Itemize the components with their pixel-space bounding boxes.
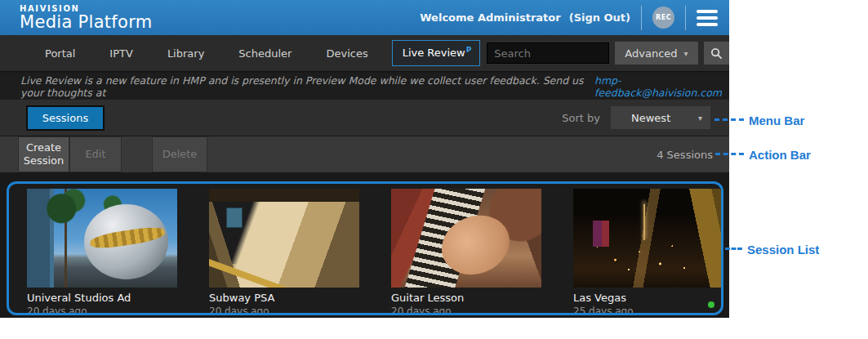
main-nav-bar: Portal IPTV Library Scheduler Devices Li… [0,35,729,72]
nav-tab-scheduler[interactable]: Scheduler [221,47,309,60]
nav-tab-portal[interactable]: Portal [28,47,92,60]
session-count: 4 Sessions [657,149,713,161]
brand-media-platform: Media Platform [20,14,153,31]
session-thumbnail-guitar[interactable] [391,189,541,288]
search-icon [710,47,723,60]
advanced-label: Advanced [625,47,677,60]
create-session-button[interactable]: Create Session [18,136,69,172]
top-bar-right: Welcome Administrator (Sign Out) REC [420,6,721,30]
annotation-menu-bar: Menu Bar [749,114,804,127]
rec-button[interactable]: REC [652,7,674,29]
action-bar: Create Session Edit Delete 4 Sessions [0,136,729,172]
session-card[interactable]: Las Vegas 25 days ago [573,189,723,313]
live-review-label: Live Review [403,47,465,60]
session-card[interactable]: Subway PSA 20 days ago [209,189,359,313]
advanced-search-button[interactable]: Advanced ▾ [615,42,697,65]
topbar-divider [641,6,642,30]
hamburger-menu-icon[interactable] [697,10,718,26]
sessions-tab-button[interactable]: Sessions [26,105,105,131]
preview-notice-bar: Live Review is a new feature in HMP and … [0,73,729,100]
sign-out-link[interactable]: (Sign Out) [569,11,630,24]
annotation-line-menu-bar [714,118,744,121]
page: HAIVISION Media Platform Welcome Adminis… [0,0,868,339]
sort-dropdown[interactable]: Newest ▾ [611,106,710,129]
search-input[interactable] [487,42,609,64]
sort-by-label: Sort by [562,112,600,124]
sort-group: Sort by Newest ▾ [562,106,710,129]
session-thumbnail-las-vegas[interactable] [573,189,723,288]
session-list-area: Univeral Studios Ad 20 days ago Subway P… [0,172,729,318]
welcome-text: Welcome Administrator [420,11,560,24]
nav-tab-devices[interactable]: Devices [309,47,385,60]
session-age: 20 days ago [209,306,359,315]
preview-badge: P [466,46,472,54]
search-submit-button[interactable] [704,42,729,65]
session-list: Univeral Studios Ad 20 days ago Subway P… [7,181,723,315]
session-card[interactable]: Univeral Studios Ad 20 days ago [27,189,177,313]
brand-logo: HAIVISION Media Platform [20,5,153,31]
session-title: Guitar Lesson [391,292,541,304]
annotation-line-action-bar [715,153,744,155]
session-title: Univeral Studios Ad [27,292,177,304]
sort-value: Newest [631,112,670,124]
topbar-divider [685,6,686,30]
menu-bar: Sessions Sort by Newest ▾ [0,100,729,136]
annotation-line-session-list [725,248,742,250]
delete-button[interactable]: Delete [152,136,207,172]
session-title: Las Vegas [573,292,723,304]
session-title: Subway PSA [209,292,359,304]
session-thumbnail-universal[interactable] [27,189,177,288]
nav-tab-iptv[interactable]: IPTV [92,47,150,60]
edit-button[interactable]: Edit [69,136,122,172]
hmp-app-window: HAIVISION Media Platform Welcome Adminis… [0,0,729,318]
chevron-down-icon: ▾ [684,49,688,58]
session-card[interactable]: Guitar Lesson 20 days ago [391,189,541,313]
live-indicator-dot [708,301,714,308]
session-age: 25 days ago [573,306,723,315]
nav-search-group: Advanced ▾ [487,42,728,65]
annotation-session-list: Session List [747,243,819,256]
notice-text: Live Review is a new feature in HMP and … [20,74,590,99]
session-age: 20 days ago [391,306,541,315]
nav-tab-live-review[interactable]: Live ReviewP [392,40,481,65]
brand-haivision: HAIVISION [20,5,153,13]
top-bar: HAIVISION Media Platform Welcome Adminis… [0,0,729,35]
annotation-action-bar: Action Bar [749,148,811,162]
session-age: 20 days ago [27,306,177,315]
session-thumbnail-subway[interactable] [209,189,359,288]
chevron-down-icon: ▾ [698,114,702,123]
feedback-email-link[interactable]: hmp-feedback@haivision.com [594,74,729,99]
nav-tab-library[interactable]: Library [150,47,221,60]
